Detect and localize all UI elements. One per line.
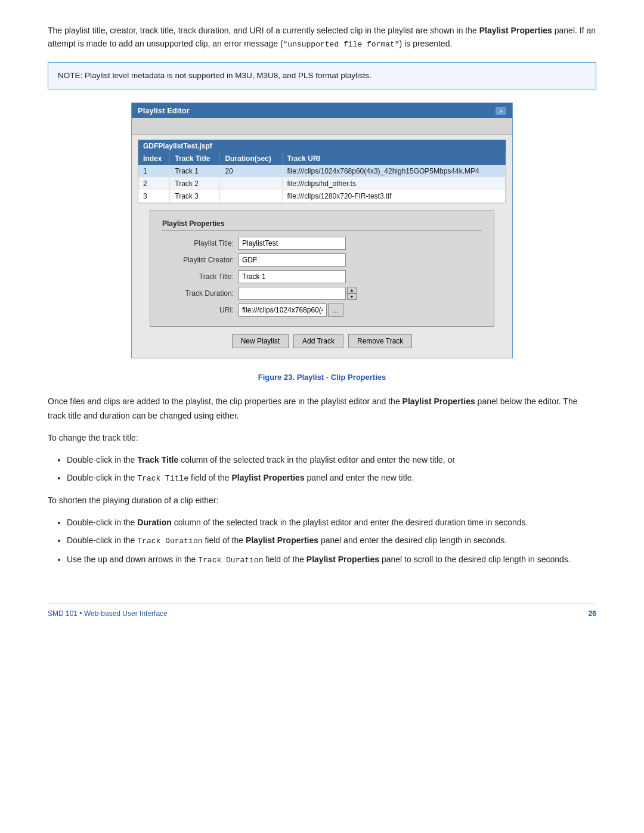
list-item: Double-click in the Track Title field of… <box>67 471 596 485</box>
col-track-title: Track Title <box>170 152 220 165</box>
playlist-editor-expand-button[interactable]: » <box>496 107 506 115</box>
intro-paragraph: The playlist title, creator, track title… <box>48 24 596 51</box>
note-text: Playlist level metadata is not supported… <box>85 71 371 80</box>
playlist-table: Index Track Title Duration(sec) Track UR… <box>138 152 506 203</box>
prop-row-uri: URI: ... <box>162 304 482 317</box>
page-footer: SMD 101 • Web-based User Interface 26 <box>48 603 596 618</box>
note-label: NOTE: <box>58 71 82 80</box>
prop-label-playlist-creator: Playlist Creator: <box>162 256 234 264</box>
new-playlist-button[interactable]: New Playlist <box>232 334 289 348</box>
footer-page: 26 <box>589 609 596 618</box>
cell-track-title: Track 3 <box>170 190 220 203</box>
remove-track-button[interactable]: Remove Track <box>348 334 412 348</box>
prop-input-track-title[interactable] <box>239 270 346 283</box>
figure-caption-text: Figure 23. Playlist - Clip Properties <box>258 373 386 382</box>
playlist-editor: Playlist Editor » GDFPlaylistTest.jspf I… <box>131 103 513 358</box>
playlist-properties-panel: Playlist Properties Playlist Title: Play… <box>150 210 494 327</box>
prop-row-track-duration: Track Duration: ▲ ▼ <box>162 287 482 300</box>
uri-browse-button[interactable]: ... <box>328 304 343 317</box>
list-item: Use the up and down arrows in the Track … <box>67 553 596 567</box>
add-track-button[interactable]: Add Track <box>293 334 343 348</box>
playlist-editor-toolbar <box>132 118 512 135</box>
prop-row-playlist-creator: Playlist Creator: <box>162 253 482 267</box>
track-duration-spinner: ▲ ▼ <box>347 287 357 300</box>
cell-uri: file:///clips/hd_other.ts <box>282 178 505 190</box>
bullet-list-1: Double-click in the Track Title column o… <box>67 453 596 485</box>
prop-label-track-duration: Track Duration: <box>162 289 234 298</box>
shorten-duration-label: To shorten the playing duration of a cli… <box>48 494 596 507</box>
table-row[interactable]: 3 Track 3 file:///clips/1280x720-FIR-tes… <box>138 190 506 203</box>
cell-uri: file:///clips/1280x720-FIR-test3.tif <box>282 190 505 203</box>
table-row[interactable]: 1 Track 1 20 file:///clips/1024x768p60(4… <box>138 165 506 178</box>
figure-caption: Figure 23. Playlist - Clip Properties <box>48 373 596 382</box>
prop-row-track-title: Track Title: <box>162 270 482 283</box>
prop-input-track-duration[interactable] <box>239 287 346 300</box>
playlist-properties-title: Playlist Properties <box>162 219 482 231</box>
table-header-row: Index Track Title Duration(sec) Track UR… <box>138 152 506 165</box>
spinner-up-button[interactable]: ▲ <box>347 287 357 293</box>
col-index: Index <box>138 152 170 165</box>
playlist-table-wrap: GDFPlaylistTest.jspf Index Track Title D… <box>138 140 506 203</box>
prop-label-track-title: Track Title: <box>162 272 234 281</box>
prop-label-uri: URI: <box>162 306 234 314</box>
list-item: Double-click in the Track Title column o… <box>67 453 596 466</box>
change-track-title-label: To change the track title: <box>48 431 596 445</box>
playlist-filename: GDFPlaylistTest.jspf <box>138 140 506 152</box>
cell-duration <box>220 190 282 203</box>
bullet-list-2: Double-click in the Duration column of t… <box>67 516 596 567</box>
para1: Once files and clips are added to the pl… <box>48 395 596 422</box>
list-item: Double-click in the Duration column of t… <box>67 516 596 529</box>
cell-track-title: Track 1 <box>170 165 220 178</box>
cell-index: 1 <box>138 165 170 178</box>
table-row[interactable]: 2 Track 2 file:///clips/hd_other.ts <box>138 178 506 190</box>
cell-duration <box>220 178 282 190</box>
note-box: NOTE: Playlist level metadata is not sup… <box>48 62 596 89</box>
prop-input-playlist-title[interactable] <box>239 237 346 250</box>
prop-row-playlist-title: Playlist Title: <box>162 237 482 250</box>
playlist-editor-titlebar: Playlist Editor » <box>132 103 512 118</box>
prop-input-playlist-creator[interactable] <box>239 253 346 267</box>
cell-index: 3 <box>138 190 170 203</box>
prop-label-playlist-title: Playlist Title: <box>162 239 234 247</box>
col-duration: Duration(sec) <box>220 152 282 165</box>
playlist-editor-buttons: New Playlist Add Track Remove Track <box>132 334 512 348</box>
error-code: "unsupported file format" <box>283 40 400 49</box>
col-track-uri: Track URI <box>282 152 505 165</box>
playlist-editor-title: Playlist Editor <box>138 106 190 115</box>
cell-index: 2 <box>138 178 170 190</box>
footer-product: SMD 101 • Web-based User Interface <box>48 609 168 618</box>
cell-track-title: Track 2 <box>170 178 220 190</box>
cell-duration: 20 <box>220 165 282 178</box>
list-item: Double-click in the Track Duration field… <box>67 534 596 548</box>
spinner-down-button[interactable]: ▼ <box>347 293 357 300</box>
prop-input-uri[interactable] <box>239 304 327 317</box>
cell-uri: file:///clips/1024x768p60(4x3)_42high15G… <box>282 165 505 178</box>
